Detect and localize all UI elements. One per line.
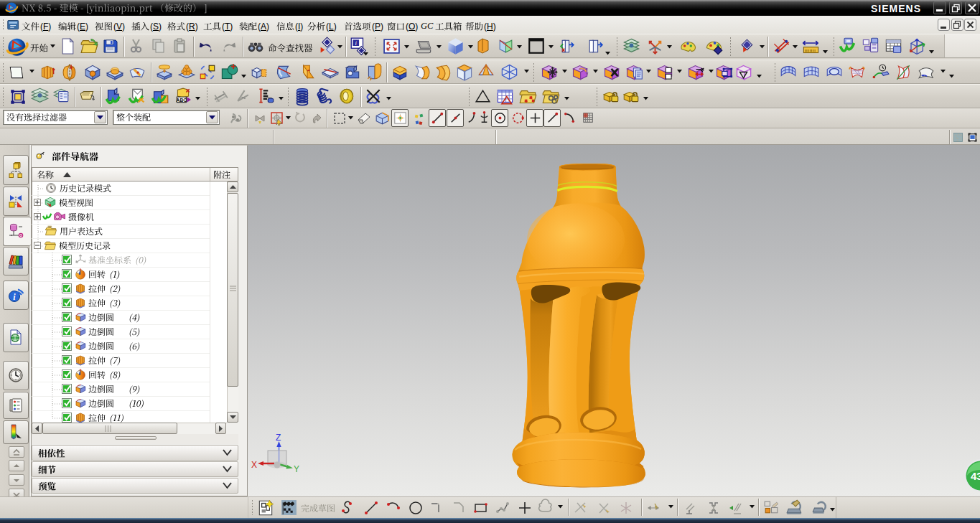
svg-text:Z: Z	[276, 433, 281, 443]
svg-text:Y: Y	[294, 464, 299, 474]
svg-text:ABC: ABC	[176, 98, 187, 103]
svg-text:X: X	[251, 460, 257, 470]
svg-text:43: 43	[971, 470, 980, 482]
